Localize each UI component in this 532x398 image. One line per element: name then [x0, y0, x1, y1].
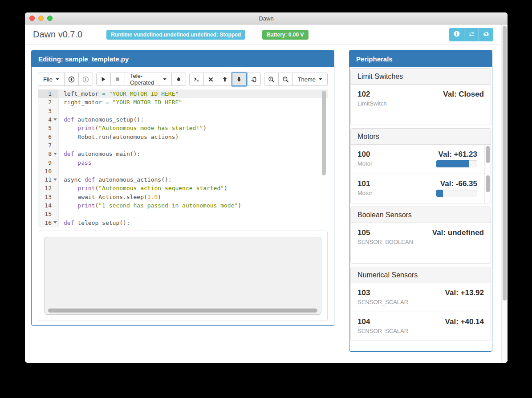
line-number: 8	[38, 150, 59, 158]
code-line[interactable]: 10	[38, 167, 328, 175]
device-value: Val: +40.14	[445, 317, 484, 326]
cloud-upload-icon	[482, 30, 490, 39]
code-line[interactable]: 11async def autonomous_actions():	[38, 175, 328, 184]
device-id: 103	[357, 288, 370, 297]
device-scrollbar[interactable]	[484, 145, 491, 174]
code-line[interactable]: 7	[38, 141, 328, 150]
line-number: 5	[38, 124, 59, 132]
editor-toolbar: FileTele-OperatedTheme	[38, 73, 328, 86]
theme-dropdown[interactable]: Theme	[292, 73, 328, 86]
toolbar-button-group: Tele-Operated	[96, 73, 186, 86]
code-fold-icon[interactable]	[53, 118, 57, 121]
line-number: 16	[38, 218, 59, 227]
device-row: 105Val: undefinedSENSOR_BOOLEAN	[351, 223, 491, 252]
increase-font-button[interactable]	[264, 73, 279, 86]
decrease-font-button[interactable]	[278, 73, 293, 86]
peripherals-panel: Peripherals Limit Switches102Val: Closed…	[349, 50, 492, 352]
run-button[interactable]	[96, 73, 111, 86]
peripheral-section-header: Numerical Sensors	[351, 267, 491, 283]
zoom-window-button[interactable]	[47, 16, 53, 21]
window-scrollbar-thumb[interactable]	[503, 26, 507, 301]
motor-power-bar-fill	[436, 190, 443, 197]
line-number: 13	[38, 193, 59, 201]
code-line[interactable]: 16def teleop_setup():	[38, 218, 328, 227]
download-code-button[interactable]	[78, 73, 93, 86]
code-line[interactable]: 15	[38, 210, 328, 218]
device-scrollbar[interactable]	[484, 174, 491, 203]
code-line[interactable]: 9 pass	[38, 158, 328, 167]
motor-power-bar-fill	[436, 160, 469, 167]
clear-console-button[interactable]	[203, 73, 218, 86]
lower-console-button[interactable]	[232, 73, 247, 86]
peripheral-section: Motors100Val: +61.23Motor101Val: -66.35M…	[350, 128, 491, 203]
console-container	[38, 231, 328, 321]
copy-console-icon	[250, 76, 257, 83]
code-line[interactable]: 6 Robot.run(autonomous_actions)	[38, 132, 328, 141]
window-scrollbar[interactable]	[501, 24, 508, 363]
code-line[interactable]: 13 await Actions.sleep(1.0)	[38, 193, 328, 201]
peripheral-section: Numerical Sensors103Val: +13.92SENSOR_SC…	[350, 267, 491, 341]
console-scrollbar-thumb[interactable]	[48, 309, 317, 313]
file-dropdown[interactable]: File	[38, 73, 65, 86]
caret-down-icon	[163, 78, 167, 80]
code-line[interactable]: 8def autonomous_main():	[38, 150, 328, 158]
console-output[interactable]	[44, 237, 321, 315]
flame-icon	[175, 76, 182, 83]
code-line-text: async def autonomous_actions():	[59, 175, 328, 184]
code-line[interactable]: 12 print("Autonomous action sequence sta…	[38, 184, 328, 192]
device-scrollbar-thumb[interactable]	[486, 146, 490, 163]
app-window: Dawn Dawn v0.7.0 Runtime vundefined.unde…	[25, 12, 508, 363]
window-title: Dawn	[259, 15, 273, 22]
upload-to-robot-button[interactable]	[479, 28, 493, 41]
line-number: 12	[38, 184, 59, 192]
code-line-text: print("Autonomous action sequence starte…	[59, 184, 328, 192]
peripheral-section: Limit Switches102Val: ClosedLimitSwitch	[350, 68, 491, 125]
toolbar-button-group	[189, 73, 261, 86]
code-line-text	[59, 167, 328, 175]
close-window-button[interactable]	[29, 16, 35, 21]
code-line-text: print("1 second has passed in autonomous…	[59, 201, 328, 210]
line-number: 7	[38, 141, 59, 150]
theme-dropdown-label: Theme	[298, 76, 316, 83]
toggle-console-button[interactable]	[189, 73, 204, 86]
device-id: 100	[357, 150, 370, 159]
code-line[interactable]: 5 print("Autonomous mode has started!")	[38, 124, 328, 132]
play-icon	[100, 76, 106, 82]
code-fold-icon[interactable]	[53, 179, 57, 181]
code-line-text: def teleop_setup():	[59, 218, 328, 227]
line-number: 3	[38, 107, 59, 115]
code-fold-icon[interactable]	[53, 221, 57, 223]
mode-dropdown-label: Tele-Operated	[130, 73, 160, 86]
device-id: 104	[357, 317, 370, 326]
code-line-text: def autonomous_main():	[59, 150, 328, 158]
code-line-text: def autonomous_setup():	[59, 115, 328, 124]
code-line[interactable]: 4def autonomous_setup():	[38, 115, 328, 124]
code-line-text	[59, 141, 328, 150]
toolbar-button-group: Theme	[264, 73, 328, 86]
code-line[interactable]: 14 print("1 second has passed in autonom…	[38, 201, 328, 210]
app-header: Dawn v0.7.0 Runtime vundefined.undefined…	[25, 24, 508, 45]
device-value: Val: +61.23	[439, 150, 477, 159]
code-line[interactable]: 1left_motor = "YOUR MOTOR ID HERE"	[38, 89, 328, 98]
port-exchange-button[interactable]	[464, 28, 479, 41]
device-scrollbar-thumb[interactable]	[486, 175, 490, 192]
caret-down-icon	[319, 78, 322, 80]
line-number: 2	[38, 98, 59, 106]
raise-console-button[interactable]	[218, 73, 232, 86]
traffic-lights	[29, 16, 53, 21]
stop-button[interactable]	[110, 73, 125, 86]
minimize-window-button[interactable]	[38, 16, 44, 21]
arrow-down-icon	[236, 76, 242, 82]
code-editor[interactable]: 1left_motor = "YOUR MOTOR ID HERE"2right…	[38, 89, 328, 227]
copy-console-button[interactable]	[246, 73, 261, 86]
mode-dropdown[interactable]: Tele-Operated	[125, 73, 172, 86]
code-line[interactable]: 3	[38, 107, 328, 115]
device-value: Val: undefined	[432, 228, 484, 237]
runtime-info-button[interactable]	[449, 28, 464, 41]
code-fold-icon[interactable]	[53, 153, 57, 155]
code-line[interactable]: 2right_motor = "YOUR MOTOR ID HERE"	[38, 98, 328, 106]
emergency-stop-button[interactable]	[171, 73, 186, 86]
code-scrollbar-thumb[interactable]	[322, 91, 326, 175]
upload-code-button[interactable]	[64, 73, 79, 86]
device-id: 101	[357, 179, 370, 188]
